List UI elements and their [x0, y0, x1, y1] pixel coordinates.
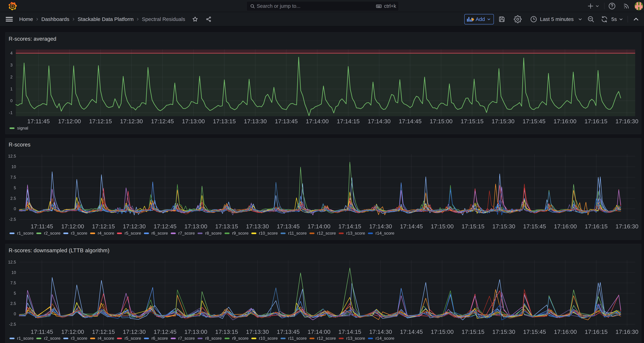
x-axis-tick-label: 17:16:15	[585, 223, 608, 230]
news-button[interactable]	[621, 3, 632, 10]
legend-swatch	[310, 232, 314, 234]
x-axis-tick-label: 17:14:15	[338, 328, 361, 335]
x-axis-tick-label: 17:14:00	[308, 223, 330, 230]
search-shortcut: ctrl+k	[384, 3, 396, 9]
legend-item-r14_score[interactable]: r14_score	[368, 231, 394, 236]
legend-item-r5_score[interactable]: r5_score	[117, 336, 141, 341]
legend-item-r4_score[interactable]: r4_score	[90, 231, 114, 236]
legend-item-r8_score[interactable]: r8_score	[198, 336, 222, 341]
x-axis-tick-label: 17:13:15	[215, 223, 238, 230]
legend-swatch	[280, 338, 286, 339]
grafana-logo[interactable]	[8, 2, 17, 11]
x-axis-tick-label: 17:13:30	[246, 328, 269, 335]
hamburger-bar	[6, 19, 13, 20]
x-axis-tick-label: 17:13:00	[184, 328, 207, 335]
add-button-label: Add	[476, 16, 485, 22]
y-axis-tick-label: 2.5	[10, 301, 16, 306]
legend-label: r6_score	[152, 231, 168, 236]
legend-item-r2_score[interactable]: r2_score	[36, 231, 60, 236]
legend-label: r1_score	[17, 336, 34, 341]
legend-item-r13_score[interactable]: r13_score	[339, 231, 365, 236]
legend-item-r7_score[interactable]: r7_score	[171, 231, 195, 236]
legend-swatch	[10, 127, 14, 129]
x-axis-tick-label: 17:15:30	[492, 328, 515, 335]
breadcrumb-home[interactable]: Home	[19, 16, 33, 22]
legend-item-r1_score[interactable]: r1_score	[10, 336, 34, 341]
x-axis-tick-label: 17:16:30	[616, 328, 638, 335]
legend-item-r6_score[interactable]: r6_score	[144, 231, 168, 236]
zoom-out-button[interactable]	[582, 16, 599, 23]
legend-label: r5_score	[124, 231, 141, 236]
favorite-star-icon[interactable]	[192, 16, 198, 22]
x-axis-tick-label: 17:15:15	[461, 118, 484, 125]
x-axis-tick-label: 17:15:45	[523, 328, 546, 335]
breadcrumb-dashboards[interactable]: Dashboards	[41, 16, 69, 22]
toolbar-divider	[628, 16, 628, 23]
save-dashboard-button[interactable]	[494, 16, 510, 23]
legend-item-r3_score[interactable]: r3_score	[63, 231, 87, 236]
search-input[interactable]: Search or jump to... ctrl+k	[246, 1, 399, 11]
refresh-interval-label: 5s	[611, 16, 617, 22]
x-axis-tick-label: 17:14:30	[368, 118, 390, 125]
legend-swatch	[63, 232, 68, 234]
legend-item-r4_score[interactable]: r4_score	[90, 336, 114, 341]
collapse-toolbar-button[interactable]	[632, 16, 640, 23]
y-axis-tick-label: 2.5	[10, 196, 16, 201]
legend-item-r8_score[interactable]: r8_score	[198, 231, 222, 236]
x-axis-tick-label: 17:12:30	[123, 223, 146, 230]
top-navigation-bar: Search or jump to... ctrl+k	[0, 0, 644, 12]
legend-item-r2_score[interactable]: r2_score	[36, 336, 60, 341]
refresh-interval-picker[interactable]: 5s	[611, 16, 624, 22]
legend-item-r12_score[interactable]: r12_score	[310, 231, 336, 236]
legend-item-r11_score[interactable]: r11_score	[280, 336, 307, 341]
x-axis-tick-label: 17:12:45	[154, 223, 176, 230]
legend-item-r10_score[interactable]: r10_score	[251, 336, 278, 341]
x-axis-tick-label: 17:14:45	[399, 118, 422, 125]
y-axis-tick-label: 5	[14, 185, 16, 190]
legend-swatch	[198, 338, 202, 339]
legend-item-r13_score[interactable]: r13_score	[339, 336, 365, 341]
legend-item-signal[interactable]: signal	[10, 126, 28, 131]
new-menu-button[interactable]	[586, 3, 600, 10]
x-axis-tick-label: 17:15:30	[492, 223, 515, 230]
panel-r-scores-downsampled[interactable]: R-scores: downsampled (LTTB algorithm) 1…	[5, 244, 642, 343]
legend-item-r14_score[interactable]: r14_score	[368, 336, 394, 341]
user-avatar[interactable]	[634, 2, 643, 11]
legend-swatch	[224, 232, 230, 234]
x-axis-tick-label: 17:14:15	[338, 223, 361, 230]
dashboard-settings-button[interactable]	[510, 15, 526, 23]
breadcrumb-separator-icon	[35, 17, 39, 21]
refresh-icon	[601, 16, 608, 23]
legend-swatch	[368, 232, 373, 234]
y-axis-tick-label: 3	[10, 63, 12, 68]
legend-item-r6_score[interactable]: r6_score	[144, 336, 168, 341]
menu-toggle-button[interactable]	[6, 12, 13, 26]
x-axis-tick-label: 17:13:45	[277, 223, 300, 230]
hamburger-bar	[6, 17, 13, 18]
gear-icon	[514, 15, 522, 23]
add-panel-button[interactable]: Add	[464, 14, 494, 25]
legend-item-r12_score[interactable]: r12_score	[310, 336, 336, 341]
legend-item-r1_score[interactable]: r1_score	[10, 231, 34, 236]
time-range-picker[interactable]: Last 5 minutes	[530, 16, 582, 23]
chart-canvas[interactable]	[5, 244, 641, 343]
legend-item-r3_score[interactable]: r3_score	[63, 336, 87, 341]
legend-item-r11_score[interactable]: r11_score	[280, 231, 307, 236]
legend-item-r10_score[interactable]: r10_score	[251, 231, 278, 236]
panel-r-scores-averaged[interactable]: R-scores: averaged 43210-117:11:4517:12:…	[5, 32, 642, 134]
legend: r1_scorer2_scorer3_scorer4_scorer5_score…	[10, 336, 397, 341]
x-axis-tick-label: 17:15:00	[431, 223, 454, 230]
share-icon[interactable]	[206, 16, 212, 22]
grafana-flame-icon	[8, 2, 17, 11]
help-button[interactable]	[606, 2, 618, 10]
legend-item-r9_score[interactable]: r9_score	[224, 336, 248, 341]
breadcrumb-folder[interactable]: Stackable Data Platform	[78, 16, 134, 22]
legend-item-r7_score[interactable]: r7_score	[171, 336, 195, 341]
legend-item-r5_score[interactable]: r5_score	[117, 231, 141, 236]
panel-r-scores[interactable]: R-scores 12.5107.552.50-2.517:11:4517:12…	[5, 138, 642, 240]
refresh-button[interactable]	[599, 16, 610, 23]
legend-item-r9_score[interactable]: r9_score	[224, 231, 248, 236]
chevron-up-icon	[632, 16, 640, 23]
x-axis-tick-label: 17:12:15	[89, 118, 112, 125]
x-axis-tick-label: 17:13:00	[184, 223, 207, 230]
